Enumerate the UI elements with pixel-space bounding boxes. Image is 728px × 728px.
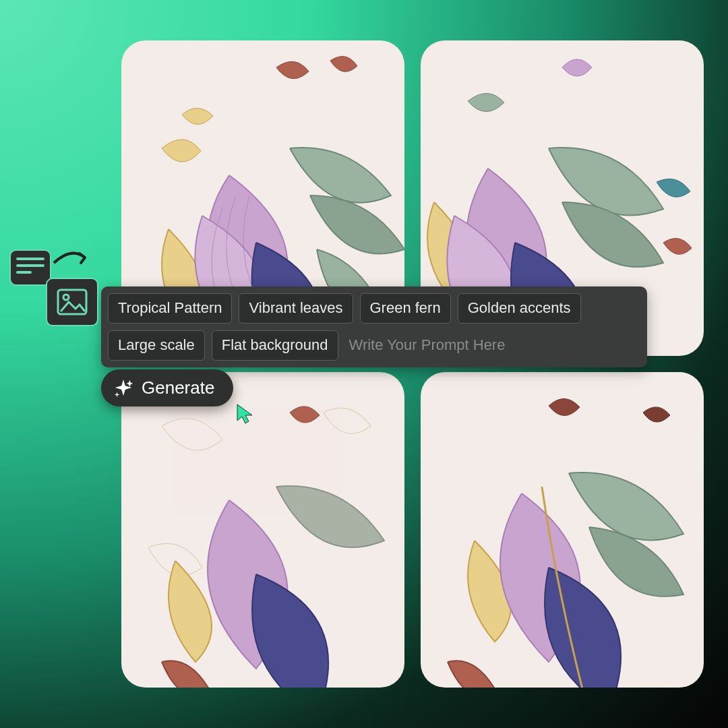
svg-point-1	[63, 295, 69, 300]
prompt-chip[interactable]: Golden accents	[458, 293, 581, 324]
cursor-icon	[236, 403, 255, 425]
sparkle-icon	[113, 378, 133, 398]
result-tile[interactable]	[121, 372, 404, 688]
prompt-chip[interactable]: Tropical Pattern	[108, 293, 232, 324]
prompt-bar: Tropical Pattern Vibrant leaves Green fe…	[101, 286, 647, 367]
prompt-input[interactable]	[345, 332, 640, 358]
prompt-chip[interactable]: Vibrant leaves	[239, 293, 353, 324]
prompt-chip[interactable]: Green fern	[360, 293, 451, 324]
document-icon	[9, 249, 51, 286]
prompt-chip[interactable]: Large scale	[108, 330, 205, 361]
prompt-chip[interactable]: Flat background	[212, 330, 338, 361]
generate-button[interactable]: Generate	[101, 369, 233, 406]
result-tile[interactable]	[421, 372, 704, 688]
generate-label: Generate	[142, 377, 214, 398]
arrow-icon	[51, 245, 92, 272]
image-icon	[46, 278, 98, 326]
text-to-image-icon	[9, 249, 104, 337]
